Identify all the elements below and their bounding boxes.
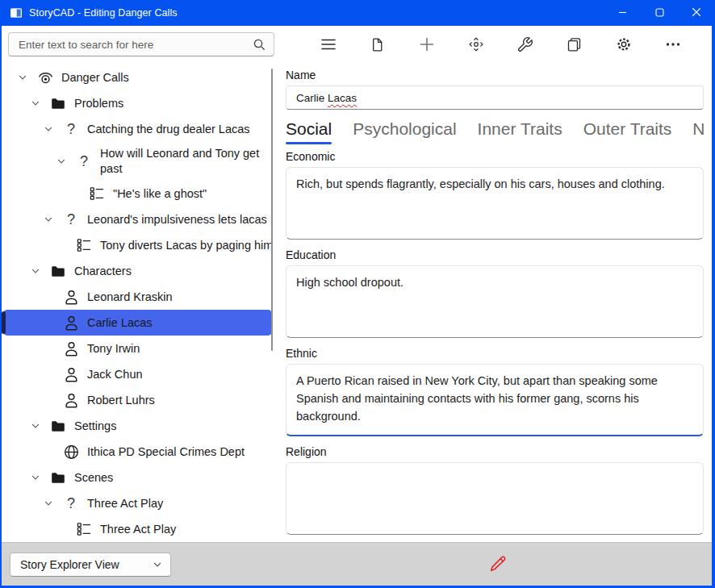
tree-item-three-act-play[interactable]: ?Three Act Play xyxy=(3,490,272,516)
close-icon xyxy=(692,7,701,19)
minimize-icon xyxy=(618,7,627,19)
chevron-down-icon[interactable] xyxy=(50,156,73,166)
tab-inner-traits[interactable]: Inner Traits xyxy=(478,119,562,146)
religion-textarea[interactable] xyxy=(286,462,704,535)
chevron-down-icon xyxy=(153,560,162,569)
tree-item-label: Three Act Play xyxy=(87,497,166,510)
copy-icon xyxy=(566,36,583,53)
tree-item-robert-luhrs[interactable]: Robert Luhrs xyxy=(3,387,272,413)
tab-outer-traits[interactable]: Outer Traits xyxy=(583,119,672,146)
search-input[interactable] xyxy=(9,39,253,51)
tree-item-danger-calls[interactable]: Danger Calls xyxy=(3,65,272,90)
search-icon xyxy=(253,38,266,51)
chevron-down-icon[interactable] xyxy=(37,498,60,508)
tree-item-tony-diverts-lacas-by-paging-him[interactable]: Tony diverts Lacas by paging him xyxy=(3,232,272,258)
tree-item-jack-chun[interactable]: Jack Chun xyxy=(3,361,272,387)
character-form: Name Carlie Lacas SocialPsychologicalInn… xyxy=(274,63,712,542)
more-button[interactable] xyxy=(659,31,687,58)
tree-item-scenes[interactable]: Scenes xyxy=(3,465,272,490)
chevron-down-icon[interactable] xyxy=(37,124,60,134)
tree-item-label: How will Leonard and Tony get past xyxy=(100,142,272,181)
tree-item-label: Leonard's impulsiveness lets lacas xyxy=(87,213,270,226)
settings-button[interactable] xyxy=(610,31,638,58)
trait-tabs: SocialPsychologicalInner TraitsOuter Tra… xyxy=(286,119,704,146)
tree-item-label: Danger Calls xyxy=(61,71,132,84)
tree-item-label: Ithica PD Special Crimes Dept xyxy=(87,445,248,458)
person-icon xyxy=(60,315,82,332)
folder-icon xyxy=(47,95,69,111)
chevron-down-icon[interactable] xyxy=(24,266,47,276)
window-body: Danger CallsProblems?Catching the drug d… xyxy=(0,26,715,588)
menu-button[interactable] xyxy=(315,31,342,58)
tree-item-three-act-play[interactable]: Three Act Play xyxy=(3,516,272,542)
tree-item-how-will-leonard-and-tony-get-past[interactable]: ?How will Leonard and Tony get past xyxy=(3,142,272,181)
person-icon xyxy=(60,340,82,357)
name-value: Carlie xyxy=(296,92,328,104)
edit-flag-button[interactable] xyxy=(486,553,510,577)
economic-textarea[interactable]: Rich, but spends flagrantly, especially … xyxy=(286,167,704,240)
overview-icon xyxy=(34,69,56,87)
tree-item-carlie-lacas[interactable]: Carlie Lacas xyxy=(3,310,272,336)
ethnic-textarea[interactable]: A Puerto Rican raised in New York City, … xyxy=(286,364,704,436)
add-button[interactable] xyxy=(413,31,441,58)
tree-scrollbar[interactable] xyxy=(271,69,273,351)
toolbar-row xyxy=(2,26,712,63)
tree-item-he-s-like-a-ghost[interactable]: "He's like a ghost" xyxy=(3,181,272,206)
chevron-down-icon[interactable] xyxy=(24,98,47,108)
ethnic-label: Ethnic xyxy=(286,346,704,361)
tree-item-label: Problems xyxy=(74,97,127,110)
window-controls xyxy=(604,0,715,26)
tree-item-ithica-pd-special-crimes-dept[interactable]: Ithica PD Special Crimes Dept xyxy=(3,439,272,465)
move-button[interactable] xyxy=(462,31,490,58)
copy-button[interactable] xyxy=(561,31,588,58)
chevron-down-icon[interactable] xyxy=(24,421,47,431)
tree-item-characters[interactable]: Characters xyxy=(3,258,272,284)
education-textarea[interactable]: High school dropout. xyxy=(286,265,704,338)
social-fields: EconomicRich, but spends flagrantly, esp… xyxy=(286,149,704,535)
app-icon xyxy=(10,6,23,19)
person-icon xyxy=(60,289,82,306)
tab-social[interactable]: Social xyxy=(286,119,332,146)
name-input[interactable]: Carlie Lacas xyxy=(286,85,704,110)
app-window: StoryCAD - Editing Danger Calls xyxy=(0,0,715,588)
search-box[interactable] xyxy=(8,32,274,56)
name-misspelled-word: Lacas xyxy=(328,92,357,104)
tree-item-label: "He's like a ghost" xyxy=(113,187,210,200)
maximize-button[interactable] xyxy=(641,0,678,26)
chevron-down-icon[interactable] xyxy=(11,73,34,82)
tree-item-label: Leonard Kraskin xyxy=(87,290,176,303)
settings-icon xyxy=(615,35,633,53)
tree-item-leonard-s-impulsiveness-lets-lacas[interactable]: ?Leonard's impulsiveness lets lacas xyxy=(3,206,272,232)
tree-item-label: Jack Chun xyxy=(87,368,146,381)
person-icon xyxy=(60,366,82,383)
tree-item-catching-the-drug-dealer-lacas[interactable]: ?Catching the drug dealer Lacas xyxy=(3,116,272,142)
tab-n[interactable]: N xyxy=(692,119,704,146)
tree-item-label: Carlie Lacas xyxy=(87,316,156,329)
folder-icon xyxy=(47,469,69,486)
scene-icon xyxy=(73,237,95,253)
chevron-down-icon[interactable] xyxy=(24,473,47,482)
tab-psychological[interactable]: Psychological xyxy=(353,119,456,146)
more-icon xyxy=(664,35,682,53)
status-bar: Story Explorer View xyxy=(2,542,712,586)
scene-icon xyxy=(86,186,108,202)
minimize-button[interactable] xyxy=(604,0,641,26)
tree-item-leonard-kraskin[interactable]: Leonard Kraskin xyxy=(3,284,272,310)
tree-item-problems[interactable]: Problems xyxy=(3,90,272,116)
question-icon: ? xyxy=(73,154,95,169)
tree-item-label: Characters xyxy=(74,265,135,277)
tree-item-settings[interactable]: Settings xyxy=(3,413,272,439)
menu-icon xyxy=(320,35,337,53)
folder-icon xyxy=(47,263,69,279)
new-document-icon xyxy=(369,36,386,53)
view-selector-dropdown[interactable]: Story Explorer View xyxy=(10,553,171,577)
wrench-button[interactable] xyxy=(512,31,539,58)
chevron-down-icon[interactable] xyxy=(37,215,60,224)
tree-item-tony-irwin[interactable]: Tony Irwin xyxy=(3,336,272,361)
wrench-icon xyxy=(516,36,533,53)
tree-item-label: Settings xyxy=(74,419,119,432)
new-document-button[interactable] xyxy=(364,31,391,58)
maximize-icon xyxy=(655,7,664,19)
tree-item-label: Three Act Play xyxy=(100,523,179,536)
close-button[interactable] xyxy=(678,0,715,26)
